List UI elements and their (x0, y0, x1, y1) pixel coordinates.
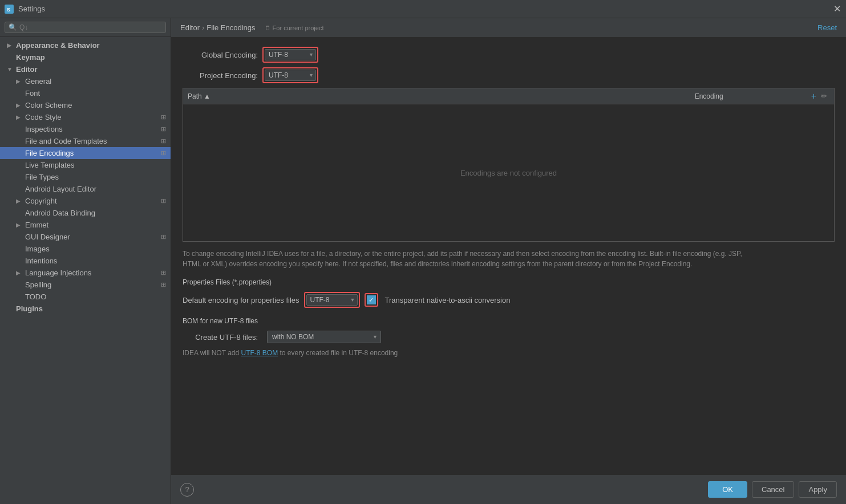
table-header: Path ▲ Encoding + ✏ (183, 88, 834, 104)
right-panel: Editor › File Encodings 🗒 For current pr… (171, 18, 846, 504)
global-encoding-label: Global Encoding: (183, 51, 262, 59)
sidebar-item-copy-icon-file-code-templates: ⊞ (161, 137, 166, 145)
sidebar-item-language-injections[interactable]: ▶Language Injections⊞ (0, 267, 171, 279)
sidebar-item-keymap[interactable]: Keymap (0, 51, 171, 63)
bom-select[interactable]: with NO BOM with BOM (267, 331, 381, 343)
expand-arrow-general[interactable]: ▶ (16, 78, 23, 84)
sidebar-item-code-style[interactable]: ▶Code Style⊞ (0, 111, 171, 123)
sidebar-item-label-plugins: Plugins (16, 304, 43, 313)
sidebar-item-label-font: Font (25, 89, 40, 97)
transparent-checkbox[interactable]: ✓ (367, 295, 376, 304)
ok-button[interactable]: OK (708, 481, 747, 498)
encodings-table: Path ▲ Encoding + ✏ Encodings are not co… (183, 88, 835, 242)
create-utf8-label: Create UTF-8 files: (183, 333, 262, 342)
add-encoding-button[interactable]: + (809, 91, 819, 101)
reset-button[interactable]: Reset (817, 23, 837, 32)
breadcrumb-parent[interactable]: Editor (180, 23, 200, 32)
sidebar-item-copy-icon-file-encodings: ⊞ (161, 149, 166, 157)
sidebar-item-label-spelling: Spelling (25, 281, 51, 289)
project-encoding-select[interactable]: UTF-8 ISO-8859-1 UTF-16 (265, 70, 316, 81)
default-encoding-label: Default encoding for properties files (183, 296, 299, 304)
sidebar-item-intentions[interactable]: Intentions (0, 255, 171, 267)
sidebar-item-file-types[interactable]: File Types (0, 171, 171, 183)
sidebar-item-label-inspections: Inspections (25, 125, 63, 133)
sidebar-item-android-data-binding[interactable]: Android Data Binding (0, 207, 171, 219)
sidebar-item-file-encodings[interactable]: File Encodings⊞ (0, 147, 171, 159)
help-button[interactable]: ? (180, 483, 194, 497)
utf8-bom-link[interactable]: UTF-8 BOM (241, 349, 278, 357)
bom-row: Create UTF-8 files: with NO BOM with BOM (183, 331, 835, 343)
breadcrumb-separator: › (202, 23, 204, 32)
props-encoding-select-wrap: UTF-8 ISO-8859-1 (304, 292, 360, 308)
expand-arrow-copyright[interactable]: ▶ (16, 198, 23, 204)
sidebar-item-editor[interactable]: ▼Editor (0, 63, 171, 75)
project-tag: 🗒 For current project (265, 25, 324, 31)
global-encoding-select-wrap: UTF-8 ISO-8859-1 UTF-16 (262, 47, 318, 63)
sidebar-item-label-file-code-templates: File and Code Templates (25, 137, 107, 145)
project-encoding-row: Project Encoding: UTF-8 ISO-8859-1 UTF-1… (183, 67, 835, 83)
expand-arrow-appearance[interactable]: ▶ (7, 42, 14, 48)
props-encoding-select[interactable]: UTF-8 ISO-8859-1 (306, 294, 358, 306)
table-path-header[interactable]: Path ▲ (188, 92, 695, 100)
sidebar-item-appearance[interactable]: ▶Appearance & Behavior (0, 39, 171, 51)
idea-note: IDEA will NOT add UTF-8 BOM to every cre… (183, 349, 835, 357)
expand-arrow-editor[interactable]: ▼ (7, 66, 14, 72)
sidebar-item-label-editor: Editor (16, 65, 38, 74)
sidebar-item-color-scheme[interactable]: ▶Color Scheme (0, 99, 171, 111)
search-input[interactable] (19, 23, 162, 31)
bottom-bar: ? OK Cancel Apply (171, 474, 846, 504)
info-text: To change encoding IntelliJ IDEA uses fo… (183, 249, 753, 269)
sidebar-item-copy-icon-gui-designer: ⊞ (161, 233, 166, 241)
sidebar-item-gui-designer[interactable]: GUI Designer⊞ (0, 231, 171, 243)
sidebar-item-label-live-templates: Live Templates (25, 161, 74, 169)
sidebar-item-font[interactable]: Font (0, 87, 171, 99)
sidebar-item-live-templates[interactable]: Live Templates (0, 159, 171, 171)
sidebar-item-label-keymap: Keymap (16, 53, 45, 62)
global-encoding-select[interactable]: UTF-8 ISO-8859-1 UTF-16 (265, 49, 316, 60)
expand-arrow-color-scheme[interactable]: ▶ (16, 102, 23, 108)
app-icon: S (5, 5, 14, 14)
expand-arrow-emmet[interactable]: ▶ (16, 222, 23, 228)
search-box: 🔍 (0, 18, 171, 37)
project-encoding-select-wrap: UTF-8 ISO-8859-1 UTF-16 (262, 67, 318, 83)
panel-body: Global Encoding: UTF-8 ISO-8859-1 UTF-16… (171, 38, 846, 474)
sidebar-item-label-code-style: Code Style (25, 113, 62, 121)
sidebar-item-copy-icon-language-injections: ⊞ (161, 269, 166, 277)
sidebar-item-inspections[interactable]: Inspections⊞ (0, 123, 171, 135)
sidebar-item-general[interactable]: ▶General (0, 75, 171, 87)
global-encoding-row: Global Encoding: UTF-8 ISO-8859-1 UTF-16 (183, 47, 835, 63)
properties-row: Default encoding for properties files UT… (183, 292, 835, 308)
breadcrumb: Editor › File Encodings 🗒 For current pr… (180, 23, 323, 32)
bom-section-title: BOM for new UTF-8 files (183, 317, 835, 325)
sidebar-item-plugins[interactable]: Plugins (0, 303, 171, 315)
cancel-button[interactable]: Cancel (752, 481, 794, 498)
sidebar-item-images[interactable]: Images (0, 243, 171, 255)
sidebar-item-todo[interactable]: TODO (0, 291, 171, 303)
edit-encoding-button[interactable]: ✏ (819, 91, 829, 101)
project-tag-icon: 🗒 (265, 25, 271, 31)
sidebar-item-file-code-templates[interactable]: File and Code Templates⊞ (0, 135, 171, 147)
sidebar-item-copyright[interactable]: ▶Copyright⊞ (0, 195, 171, 207)
sidebar-item-spelling[interactable]: Spelling⊞ (0, 279, 171, 291)
expand-arrow-code-style[interactable]: ▶ (16, 114, 23, 120)
sidebar-item-emmet[interactable]: ▶Emmet (0, 219, 171, 231)
transparent-checkbox-wrap: ✓ (365, 293, 378, 307)
sidebar-item-label-color-scheme: Color Scheme (25, 101, 72, 109)
sidebar-item-android-layout-editor[interactable]: Android Layout Editor (0, 183, 171, 195)
sidebar-item-label-intentions: Intentions (25, 257, 57, 265)
svg-text:S: S (7, 7, 10, 13)
sidebar-item-label-android-layout-editor: Android Layout Editor (25, 185, 96, 193)
sidebar: 🔍 ▶Appearance & BehaviorKeymap▼Editor▶Ge… (0, 18, 171, 504)
bom-section: BOM for new UTF-8 files Create UTF-8 fil… (183, 317, 835, 357)
bom-select-wrapper: with NO BOM with BOM (267, 331, 381, 343)
panel-header: Editor › File Encodings 🗒 For current pr… (171, 18, 846, 38)
apply-button[interactable]: Apply (799, 481, 837, 498)
title-bar: S Settings ✕ (0, 0, 846, 18)
expand-arrow-language-injections[interactable]: ▶ (16, 270, 23, 276)
project-encoding-label: Project Encoding: (183, 71, 262, 80)
transparent-label: Transparent native-to-ascii conversion (385, 296, 511, 304)
close-button[interactable]: ✕ (832, 5, 841, 14)
table-encoding-header: Encoding (695, 92, 809, 100)
sidebar-item-label-language-injections: Language Injections (25, 269, 91, 277)
sidebar-item-label-file-types: File Types (25, 173, 59, 181)
